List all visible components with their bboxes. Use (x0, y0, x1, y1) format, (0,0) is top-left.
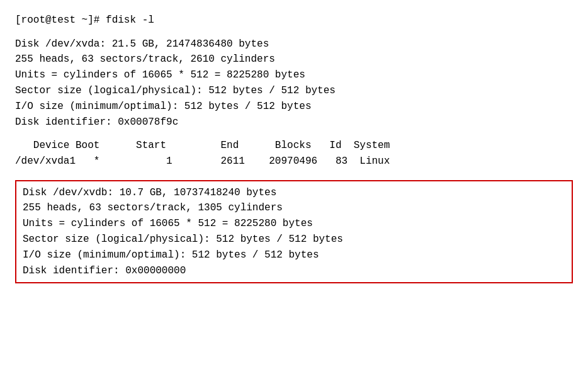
xvdb-info-line3: Units = cylinders of 16065 * 512 = 82252… (23, 216, 565, 232)
xvdb-info-line1: Disk /dev/xvdb: 10.7 GB, 10737418240 byt… (23, 185, 565, 201)
xvda-identifier-line: Disk identifier: 0x00078f9c (15, 115, 573, 130)
xvda-info-line5: I/O size (minimum/optimal): 512 bytes / … (15, 99, 573, 115)
xvda-info-line2: 255 heads, 63 sectors/track, 2610 cylind… (15, 52, 573, 67)
terminal-output: [root@test ~]# fdisk -l Disk /dev/xvda: … (15, 13, 573, 283)
table-header: Device Boot Start End Blocks Id System (15, 138, 573, 154)
xvdb-info-line4: Sector size (logical/physical): 512 byte… (23, 232, 565, 247)
xvdb-highlighted-section: Disk /dev/xvdb: 10.7 GB, 10737418240 byt… (15, 180, 573, 284)
spacer-2 (15, 130, 573, 138)
xvda-info-line4: Sector size (logical/physical): 512 byte… (15, 83, 573, 99)
xvda-info-line1: Disk /dev/xvda: 21.5 GB, 21474836480 byt… (15, 37, 573, 52)
spacer-1 (15, 28, 573, 37)
xvdb-info-line5: I/O size (minimum/optimal): 512 bytes / … (23, 247, 565, 263)
xvda-info-line3: Units = cylinders of 16065 * 512 = 82252… (15, 67, 573, 83)
spacer-3 (15, 169, 573, 178)
prompt-line: [root@test ~]# fdisk -l (15, 13, 573, 28)
xvdb-identifier-line: Disk identifier: 0x00000000 (23, 263, 565, 279)
table-row-xvda1: /dev/xvda1 * 1 2611 20970496 83 Linux (15, 154, 573, 169)
xvdb-info-line2: 255 heads, 63 sectors/track, 1305 cylind… (23, 200, 565, 216)
